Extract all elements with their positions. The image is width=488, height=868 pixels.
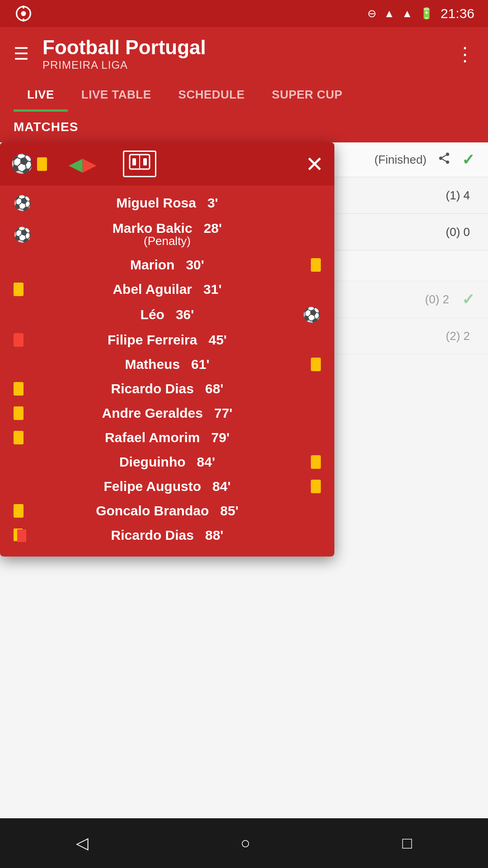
event-icon-left-2: ⚽ — [14, 226, 35, 243]
hamburger-menu[interactable]: ☰ — [14, 44, 29, 64]
yellow-red-card-14 — [14, 528, 26, 542]
recent-button[interactable]: □ — [402, 834, 412, 853]
share-icon-1[interactable] — [437, 151, 451, 168]
event-row-3: Marion 30' — [14, 253, 321, 277]
ball-icon-1: ⚽ — [14, 194, 32, 212]
event-text-13: Goncalo Brandao 85' — [35, 503, 299, 519]
event-row-8: Ricardo Dias 68' — [14, 377, 321, 401]
yellow-card-7 — [311, 358, 321, 371]
match-group-1-status: (Finished) — [374, 153, 427, 167]
wifi-icon: ▲ — [384, 7, 394, 20]
event-row-12: Felipe Augusto 84' — [14, 474, 321, 499]
main-content: Sat, May 14, 12:45 (Finished) ✓ R... (1)… — [0, 142, 488, 868]
event-text-4: Abel Aguilar 31' — [35, 282, 299, 297]
popup-events: ⚽ Miguel Rosa 3' ⚽ Marko Bakic 28' — [0, 185, 334, 557]
status-bar-left — [14, 4, 33, 24]
tab-super-cup[interactable]: SUPER CUP — [258, 78, 356, 112]
event-icon-right-11 — [299, 455, 321, 469]
score-2: (0) 0 — [446, 225, 470, 239]
arrow-green-icon: ◀ — [69, 154, 83, 175]
event-row-13: Goncalo Brandao 85' — [14, 499, 321, 523]
tab-live-table[interactable]: LIVE TABLE — [68, 78, 165, 112]
finished-check-3: ✓ — [462, 290, 474, 308]
event-icon-left-10 — [14, 431, 35, 444]
event-row-11: Dieguinho 84' — [14, 450, 321, 474]
header-top: ☰ Football Portugal PRIMEIRA LIGA ⋮ — [14, 36, 474, 71]
tab-live[interactable]: LIVE — [14, 78, 68, 112]
app-header: ☰ Football Portugal PRIMEIRA LIGA ⋮ LIVE… — [0, 27, 488, 112]
yellow-card-11 — [311, 455, 321, 469]
event-icon-left-6 — [14, 333, 35, 347]
event-icon-right-12 — [299, 480, 321, 493]
event-icon-left-14 — [14, 528, 35, 542]
score-1: (1) 4 — [446, 189, 470, 203]
clock: 21:36 — [441, 6, 474, 21]
matches-header: MATCHES — [0, 112, 488, 142]
yellow-card-10 — [14, 431, 23, 444]
status-bar: ⊖ ▲ ▲ 🔋 21:36 — [0, 0, 488, 27]
event-text-14: Ricardo Dias 88' — [35, 528, 299, 543]
event-icon-right-3 — [299, 258, 321, 272]
event-row-7: Matheus 61' — [14, 352, 321, 377]
event-text-11: Dieguinho 84' — [35, 454, 299, 470]
yellow-card-4 — [14, 283, 23, 296]
event-icon-left-13 — [14, 504, 35, 518]
event-row-10: Rafael Amorim 79' — [14, 425, 321, 450]
tab-schedule[interactable]: SCHEDULE — [165, 78, 258, 112]
event-icon-left-9 — [14, 406, 35, 420]
popup-close-button[interactable]: ✕ — [305, 151, 324, 177]
match-group-1-actions: (Finished) ✓ — [374, 151, 474, 169]
mute-icon: ⊖ — [367, 7, 376, 20]
event-icon-left-8 — [14, 382, 35, 396]
score-3: (0) 2 — [425, 292, 449, 307]
popup-toolbar-left: ⚽ ◀ ▶ — [11, 151, 305, 177]
arrow-red-icon: ▶ — [83, 154, 97, 175]
battery-icon: 🔋 — [420, 7, 433, 20]
finished-check-1: ✓ — [462, 151, 474, 169]
event-popup: ⚽ ◀ ▶ ✕ — [0, 142, 334, 557]
event-row-9: Andre Geraldes 77' — [14, 401, 321, 425]
navigation-bar: ◁ ○ □ — [0, 818, 488, 868]
popup-soccer-icon: ⚽ — [11, 153, 33, 175]
popup-yellow-card-icon — [37, 157, 47, 171]
yellow-card-9 — [14, 406, 23, 420]
event-icon-left-1: ⚽ — [14, 194, 35, 212]
event-row-1: ⚽ Miguel Rosa 3' — [14, 190, 321, 216]
red-card-6 — [14, 333, 23, 347]
home-button[interactable]: ○ — [240, 834, 250, 853]
yellow-card-8 — [14, 382, 23, 396]
event-text-7: Matheus 61' — [35, 357, 299, 372]
event-icon-right-5: ⚽ — [299, 306, 321, 323]
event-row-4: Abel Aguilar 31' — [14, 277, 321, 302]
event-text-2: Marko Bakic 28' (Penalty) — [35, 221, 299, 248]
event-text-5: Léo 36' — [35, 307, 299, 322]
yellow-card-3 — [311, 258, 321, 272]
event-text-8: Ricardo Dias 68' — [35, 381, 299, 396]
popup-arrows: ◀ ▶ — [69, 154, 97, 175]
header-left: ☰ Football Portugal PRIMEIRA LIGA — [14, 36, 206, 71]
signal-icon: ▲ — [402, 7, 413, 20]
header-title-block: Football Portugal PRIMEIRA LIGA — [42, 36, 206, 71]
yellow-card-12 — [311, 480, 321, 493]
back-button[interactable]: ◁ — [76, 834, 89, 853]
svg-point-1 — [21, 11, 26, 16]
ball-icon-5: ⚽ — [303, 306, 321, 323]
score-4: (2) 2 — [446, 329, 470, 343]
yellow-card-13 — [14, 504, 23, 518]
event-row-5: Léo 36' ⚽ — [14, 302, 321, 328]
more-menu[interactable]: ⋮ — [455, 43, 474, 65]
svg-rect-8 — [132, 158, 136, 165]
status-bar-right: ⊖ ▲ ▲ 🔋 21:36 — [367, 6, 474, 21]
event-icon-left-4 — [14, 283, 35, 296]
popup-toolbar: ⚽ ◀ ▶ ✕ — [0, 142, 334, 185]
event-text-3: Marion 30' — [35, 257, 299, 273]
android-icon — [14, 4, 33, 24]
popup-goal-icon — [123, 151, 156, 177]
event-text-6: Filipe Ferreira 45' — [35, 332, 299, 348]
ball-icon-2: ⚽ — [14, 226, 32, 243]
event-text-10: Rafael Amorim 79' — [35, 430, 299, 445]
tab-bar: LIVE LIVE TABLE SCHEDULE SUPER CUP — [14, 78, 474, 112]
event-icon-right-7 — [299, 358, 321, 371]
event-text-1: Miguel Rosa 3' — [35, 195, 299, 211]
event-row-2: ⚽ Marko Bakic 28' (Penalty) — [14, 216, 321, 253]
